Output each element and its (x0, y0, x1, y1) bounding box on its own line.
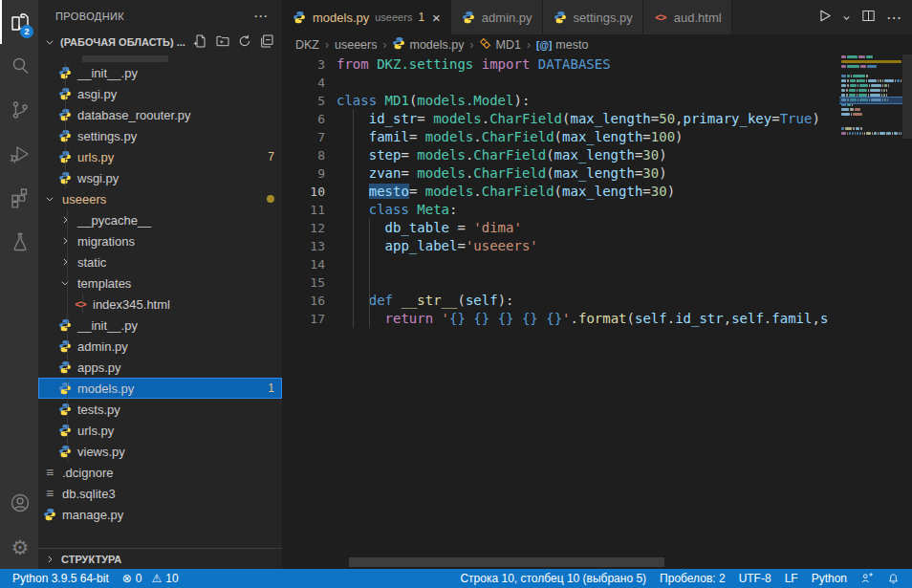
minimap[interactable] (839, 54, 902, 136)
status-text: Пробелов: 2 (660, 572, 726, 585)
split-editor-icon[interactable] (860, 8, 877, 28)
close-icon[interactable]: × (432, 10, 441, 26)
tree-item-label: migrations (77, 234, 135, 249)
tab-aud.html[interactable]: <>aud.html (643, 0, 732, 34)
status-item[interactable]: Пробелов: 2 (653, 569, 732, 588)
tree-file-tests.py[interactable]: tests.py (38, 399, 282, 420)
python-file-icon (57, 445, 73, 458)
extensions-icon[interactable] (0, 176, 38, 220)
tree-item-label: __pycache__ (77, 213, 151, 228)
breadcrumb-label: MD1 (495, 38, 520, 52)
tree-file-db.sqlite3[interactable]: ≡db.sqlite3 (38, 483, 282, 504)
horizontal-scrollbar[interactable] (349, 557, 664, 567)
tree-file-.dcignore[interactable]: ≡.dcignore (38, 462, 282, 483)
tree-file-urls.py[interactable]: urls.py7 (38, 146, 282, 167)
tree-file-database_roouter.py[interactable]: database_roouter.py (38, 104, 282, 125)
tree-folder-static[interactable]: static (38, 251, 282, 272)
tree-folder-useeers[interactable]: useeers (38, 188, 282, 209)
tab-models.py[interactable]: models.pyuseeers1× (282, 0, 451, 34)
status-item[interactable]: Python 3.9.5 64-bit (6, 569, 116, 588)
tree-file-__init__.py[interactable]: __init__.py (38, 315, 282, 336)
status-item[interactable]: UTF-8 (732, 569, 778, 588)
tree-item-label: static (77, 255, 106, 270)
tree-item-label: __init__.py (77, 66, 138, 80)
feedback-icon[interactable] (854, 569, 880, 588)
chevron-right-icon (42, 555, 57, 564)
code-text: db_table = 'dima' (337, 219, 522, 237)
tab-description: useeers (375, 11, 412, 23)
code-text: id_str= models.CharField(max_length=50,p… (337, 110, 820, 128)
status-left: Python 3.9.5 64-bit⊗0⚠10 (6, 569, 185, 588)
code-area[interactable]: 3from DKZ.settings import DATABASES45cla… (282, 54, 912, 569)
new-folder-icon[interactable] (215, 33, 230, 51)
code-line-5: 5class MD1(models.Model): (282, 92, 839, 110)
tree-folder-migrations[interactable]: migrations (38, 230, 282, 251)
run-debug-icon[interactable] (0, 132, 38, 176)
refresh-icon[interactable] (237, 33, 252, 51)
status-item[interactable]: Python (805, 569, 854, 588)
tab-bar: models.pyuseeers1×admin.pysettings.py<>a… (282, 0, 912, 34)
tree-file-settings.py[interactable]: settings.py (38, 125, 282, 146)
status-item[interactable]: Строка 10, столбец 10 (выбрано 5) (453, 569, 653, 588)
tab-settings.py[interactable]: settings.py (543, 0, 643, 34)
code-lines: 3from DKZ.settings import DATABASES45cla… (282, 55, 839, 328)
breadcrumb-separator: › (527, 38, 531, 52)
line-number: 15 (282, 273, 325, 292)
chevron-right-icon (57, 257, 73, 267)
breadcrumb-item-models.py[interactable]: models.py (392, 36, 464, 53)
breadcrumb-item-MD1[interactable]: MD1 (479, 37, 520, 53)
breadcrumb: DKZ›useeers›models.py›MD1›[@]mesto (282, 34, 912, 54)
tab-admin.py[interactable]: admin.py (451, 0, 543, 34)
tree-indent-guide (67, 209, 68, 462)
vertical-scrollbar[interactable] (902, 54, 912, 139)
breadcrumb-item-DKZ[interactable]: DKZ (295, 38, 319, 52)
tree-file-admin.py[interactable]: admin.py (38, 336, 282, 357)
run-icon[interactable] (816, 8, 833, 28)
code-line-13: 13 app_label='useeers' (282, 237, 839, 255)
tree-item-label: admin.py (77, 339, 128, 354)
outline-section-header[interactable]: СТРУКТУРА (38, 548, 282, 569)
tree-item-label: useeers (62, 192, 106, 207)
settings-gear-icon[interactable]: ⚙ (0, 525, 38, 569)
status-item[interactable]: LF (778, 569, 805, 588)
sidebar-header: ПРОВОДНИК ⋯ (38, 0, 282, 32)
breadcrumb-item-useeers[interactable]: useeers (335, 38, 377, 52)
outline-section-label: СТРУКТУРА (61, 554, 121, 565)
python-file-icon (57, 360, 73, 374)
tree-file-wsgi.py[interactable]: wsgi.py (38, 167, 282, 188)
more-actions-icon[interactable]: ⋯ (886, 9, 902, 27)
tree-file-views.py[interactable]: views.py (38, 441, 282, 462)
new-file-icon[interactable] (193, 33, 208, 51)
bell-icon[interactable] (880, 569, 906, 588)
workspace-section-header[interactable]: (РАБОЧАЯ ОБЛАСТЬ) ... (38, 32, 282, 53)
more-actions-icon[interactable]: ⋯ (253, 8, 269, 25)
tree-file-asgi.py[interactable]: asgi.py (38, 83, 282, 104)
testing-icon[interactable] (0, 220, 38, 264)
tab-label: admin.py (482, 11, 532, 25)
breadcrumb-item-mesto[interactable]: [@]mesto (536, 38, 588, 52)
tree-indent-guide (82, 294, 83, 315)
problems-status[interactable]: ⊗0⚠10 (116, 569, 185, 588)
search-icon[interactable] (0, 44, 38, 88)
tree-item-label: asgi.py (77, 87, 117, 101)
line-number: 13 (282, 237, 325, 255)
run-chevron-icon[interactable] (842, 9, 851, 26)
tree-file-apps.py[interactable]: apps.py (38, 357, 282, 378)
tree-folder-__pycache__[interactable]: __pycache__ (38, 209, 282, 230)
line-number: 7 (282, 128, 325, 146)
tree-file-__init__.py[interactable]: __init__.py (38, 62, 282, 83)
tree-item-label: templates (77, 276, 131, 291)
source-control-icon[interactable] (0, 88, 38, 132)
tab-problems-badge: 1 (418, 11, 424, 24)
tree-file-models.py[interactable]: models.py1 (38, 378, 282, 399)
explorer-sidebar: ПРОВОДНИК ⋯ (РАБОЧАЯ ОБЛАСТЬ) ... __init… (38, 0, 282, 569)
explorer-icon[interactable]: 2 (0, 0, 38, 44)
tree-item-label: .dcignore (62, 466, 113, 480)
tree-file-index345.html[interactable]: <>index345.html (38, 294, 282, 315)
tree-file-manage.py[interactable]: manage.py (38, 504, 282, 525)
collapse-all-icon[interactable] (259, 33, 274, 51)
sidebar-title: ПРОВОДНИК (55, 11, 124, 22)
tree-file-urls.py[interactable]: urls.py (38, 420, 282, 441)
account-icon[interactable] (0, 481, 38, 525)
tree-folder-templates[interactable]: templates (38, 272, 282, 294)
